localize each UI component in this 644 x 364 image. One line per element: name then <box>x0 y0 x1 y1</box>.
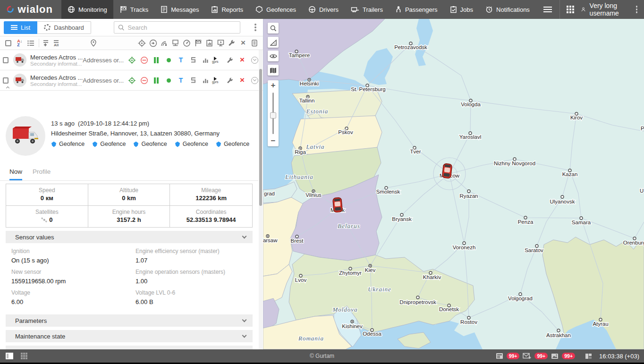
apps-grid-icon[interactable] <box>567 6 574 13</box>
remove-unit-icon[interactable]: × <box>237 54 248 66</box>
media-badge[interactable]: 99+ <box>562 353 575 359</box>
tab-dashboard[interactable]: Dashboard <box>37 21 91 34</box>
geofence-chip[interactable]: Geofence <box>175 141 208 147</box>
tab-profile[interactable]: Profile <box>33 168 51 180</box>
nav-trailers[interactable]: Trailers <box>345 0 389 19</box>
user-kebab-menu-icon[interactable] <box>636 8 637 10</box>
trailer-icon <box>351 6 359 13</box>
nav-passengers[interactable]: Passengers <box>389 0 444 19</box>
zoom-slider-track[interactable] <box>272 93 274 134</box>
track-icon[interactable] <box>187 75 199 86</box>
map-search-button[interactable] <box>268 23 279 34</box>
unit-car-marker[interactable] <box>333 197 343 212</box>
capital-dot <box>313 191 314 192</box>
main-menu-icon[interactable] <box>536 7 559 12</box>
geofence-chip[interactable]: Geofence <box>92 141 126 147</box>
media-player-icon[interactable] <box>215 37 226 49</box>
map-layers-button[interactable] <box>268 65 279 76</box>
zoom-in-button[interactable]: + <box>271 80 276 91</box>
unit-row[interactable]: Mercedes Actros ... Secondary informat..… <box>0 50 263 70</box>
notes-clipboard-icon[interactable] <box>249 37 260 49</box>
quick-track-icon[interactable] <box>181 37 193 49</box>
toggle-panel-icon[interactable] <box>6 353 13 359</box>
show-all-icon[interactable]: All <box>52 37 64 49</box>
nav-jobs[interactable]: Jobs <box>444 0 479 19</box>
mail-icon[interactable] <box>523 353 531 359</box>
media-icon[interactable] <box>551 353 559 359</box>
nav-tracks[interactable]: Tracks <box>113 0 155 19</box>
show-on-map-icon[interactable] <box>126 75 137 86</box>
sort-az-icon[interactable]: A↓Z <box>14 37 25 49</box>
list-view-icon[interactable] <box>25 37 37 49</box>
news-icon[interactable] <box>496 353 503 359</box>
map-visibility-button[interactable] <box>268 51 279 61</box>
connection-state-icon[interactable] <box>163 54 174 66</box>
gprs-traffic-icon[interactable]: gprs <box>212 75 223 86</box>
select-all-checkbox[interactable] <box>3 37 14 49</box>
bottom-apps-grid-icon[interactable] <box>21 353 27 359</box>
unit-settings-wrench-icon[interactable] <box>224 54 236 66</box>
map-area[interactable]: EstoniaLatviaLithuaniaBelarusUkraineMold… <box>263 19 644 349</box>
nav-notifications[interactable]: Notifications <box>479 0 536 19</box>
scrollbar-thumb[interactable] <box>259 69 262 206</box>
track-icon[interactable] <box>187 54 199 66</box>
connection-state-icon[interactable] <box>163 75 174 86</box>
wrench-icon[interactable] <box>226 37 237 49</box>
unit-checkbox[interactable] <box>3 77 8 84</box>
nav-drivers[interactable]: Drivers <box>302 0 345 19</box>
collapse-details-icon[interactable] <box>6 86 9 90</box>
unit-car-marker[interactable] <box>442 163 452 178</box>
map-zoom-control[interactable]: + − <box>268 80 279 146</box>
zoom-out-button[interactable]: − <box>271 136 276 146</box>
nav-messages[interactable]: Messages <box>154 0 205 19</box>
city-label: Pskov <box>338 129 353 135</box>
panel-kebab-menu-icon[interactable] <box>254 26 256 28</box>
clear-list-icon[interactable]: × <box>237 37 249 49</box>
text-label-icon[interactable]: T <box>175 54 186 66</box>
unit-row[interactable]: Mercedes Actros ... Secondary informat..… <box>0 70 263 91</box>
motion-state-icon[interactable] <box>151 54 162 66</box>
nav-geofences[interactable]: Geofences <box>249 0 302 19</box>
map-ruler-button[interactable] <box>268 37 279 48</box>
gprs-traffic-icon[interactable]: gprs <box>212 54 223 66</box>
blocked-icon[interactable] <box>138 75 150 86</box>
unit-checkbox[interactable] <box>3 57 8 63</box>
blocked-icon[interactable] <box>138 54 150 66</box>
tracks-flag-icon[interactable] <box>193 37 204 49</box>
nav-monitoring[interactable]: Monitoring <box>61 0 113 19</box>
text-label-icon[interactable]: T <box>175 75 186 86</box>
log-icon[interactable] <box>585 353 592 359</box>
address-pin-icon[interactable] <box>88 37 99 49</box>
chart-icon[interactable] <box>200 75 211 86</box>
section-parameters[interactable]: Parameters <box>6 314 253 327</box>
add-to-list-icon[interactable] <box>41 37 52 49</box>
search-input[interactable] <box>128 24 236 31</box>
search-box[interactable] <box>114 21 240 34</box>
locate-units-icon[interactable] <box>136 37 147 49</box>
section-trailers[interactable]: Trailers <box>6 346 253 349</box>
tab-now[interactable]: Now <box>9 168 22 180</box>
section-sensor-values[interactable]: Sensor values <box>6 231 253 243</box>
tab-list[interactable]: List <box>4 21 37 34</box>
panel-scrollbar[interactable] <box>259 50 263 349</box>
motion-state-icon[interactable] <box>151 75 162 86</box>
mail-badge[interactable]: 99+ <box>534 353 548 359</box>
remove-unit-icon[interactable]: × <box>237 75 248 86</box>
news-badge[interactable]: 99+ <box>507 353 520 359</box>
section-maintenance-state[interactable]: Maintenance state <box>6 330 253 342</box>
zoom-slider-thumb[interactable] <box>270 112 276 119</box>
chart-icon[interactable] <box>200 54 211 66</box>
geofence-chip[interactable]: Geofence <box>51 141 85 147</box>
unit-address-full: Hildesheimer Straße, Hannover, 13, Laatz… <box>51 130 249 137</box>
unit-settings-wrench-icon[interactable] <box>224 75 236 86</box>
user-menu[interactable]: Very long username <box>581 2 630 17</box>
nav-reports[interactable]: Reports <box>205 0 249 19</box>
follow-units-icon[interactable] <box>147 37 159 49</box>
show-on-map-icon[interactable] <box>126 54 137 66</box>
geofence-chip[interactable]: Geofence <box>133 141 167 147</box>
events-registrar-icon[interactable] <box>170 37 181 49</box>
reports-icon[interactable] <box>204 37 215 49</box>
geofence-chip[interactable]: Geofence <box>216 141 249 147</box>
send-command-icon[interactable] <box>159 37 170 49</box>
map-canvas[interactable]: EstoniaLatviaLithuaniaBelarusUkraineMold… <box>263 19 644 349</box>
